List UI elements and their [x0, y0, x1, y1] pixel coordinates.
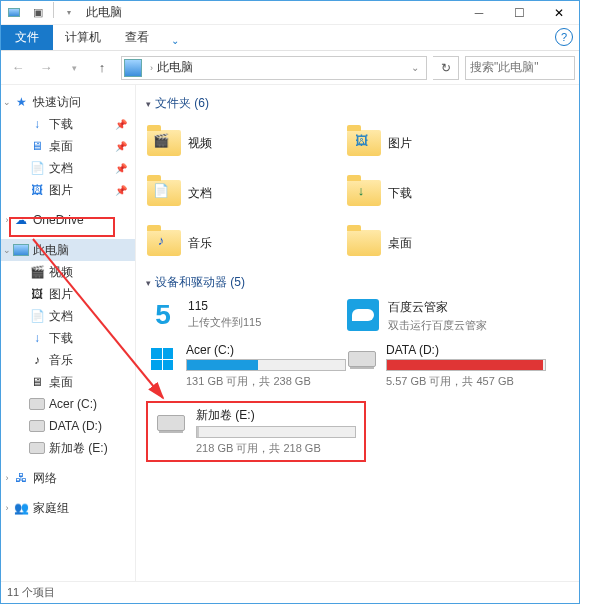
- tab-computer[interactable]: 计算机: [53, 25, 113, 50]
- drive-app-baidu[interactable]: 百度云管家双击运行百度云管家: [346, 299, 546, 333]
- pin-icon: 📌: [115, 141, 127, 152]
- content-pane: ▾文件夹 (6) 🎬视频 🖼图片 📄文档 ↓下载 ♪音乐 桌面 ▾设备和驱动器 …: [136, 85, 579, 581]
- collapse-icon[interactable]: ▾: [146, 99, 151, 109]
- network-icon: 🖧: [13, 470, 29, 486]
- sidebar-item-music[interactable]: ♪音乐: [1, 349, 135, 371]
- desktop-icon: 🖥: [29, 374, 45, 390]
- desktop-icon: 🖥: [29, 138, 45, 154]
- ribbon-tabs: 文件 计算机 查看 ⌄ ?: [1, 25, 579, 51]
- drive-icon: [346, 343, 378, 375]
- folder-icon: ♪: [146, 227, 182, 259]
- qat-customize-icon[interactable]: ▾: [58, 2, 80, 24]
- refresh-button[interactable]: ↻: [433, 56, 459, 80]
- sidebar-item-drive-e[interactable]: 新加卷 (E:): [1, 437, 135, 459]
- capacity-bar: [196, 426, 356, 438]
- sidebar-onedrive[interactable]: ›☁OneDrive: [1, 209, 135, 231]
- drives-header[interactable]: ▾设备和驱动器 (5): [146, 274, 569, 291]
- music-icon: ♪: [29, 352, 45, 368]
- pin-icon: 📌: [115, 185, 127, 196]
- folder-pictures[interactable]: 🖼图片: [346, 120, 546, 166]
- expand-icon[interactable]: ›: [1, 473, 13, 483]
- sidebar-label: 快速访问: [33, 94, 81, 111]
- folder-icon: [346, 227, 382, 259]
- folder-videos[interactable]: 🎬视频: [146, 120, 346, 166]
- sidebar-item-pictures[interactable]: 🖼图片: [1, 283, 135, 305]
- drive-windows-icon: [146, 343, 178, 375]
- drive-icon: [29, 396, 45, 412]
- address-dropdown-icon[interactable]: ⌄: [406, 62, 424, 73]
- title-bar: ▣ ▾ 此电脑 ─ ☐ ✕: [1, 1, 579, 25]
- cloud-icon: ☁: [13, 212, 29, 228]
- search-input[interactable]: 搜索"此电脑": [465, 56, 575, 80]
- download-icon: ↓: [29, 116, 45, 132]
- sidebar-item-desktop[interactable]: 🖥桌面📌: [1, 135, 135, 157]
- chevron-right-icon[interactable]: ›: [146, 63, 157, 73]
- drive-e[interactable]: 新加卷 (E:) 218 GB 可用，共 218 GB: [154, 407, 554, 456]
- capacity-bar: [186, 359, 346, 371]
- drive-c[interactable]: Acer (C:) 131 GB 可用，共 238 GB: [146, 343, 346, 389]
- app-baidu-icon: [346, 299, 380, 331]
- sidebar-this-pc[interactable]: ⌄此电脑: [1, 239, 135, 261]
- sidebar-item-downloads[interactable]: ↓下载📌: [1, 113, 135, 135]
- sidebar-item-pictures[interactable]: 🖼图片📌: [1, 179, 135, 201]
- navigation-pane: ⌄ ★ 快速访问 ↓下载📌 🖥桌面📌 📄文档📌 🖼图片📌 ›☁OneDrive …: [1, 85, 136, 581]
- collapse-icon[interactable]: ▾: [146, 278, 151, 288]
- expand-icon[interactable]: ⌄: [1, 97, 13, 107]
- sidebar-item-videos[interactable]: 🎬视频: [1, 261, 135, 283]
- document-icon: 📄: [29, 308, 45, 324]
- drive-d[interactable]: DATA (D:) 5.57 GB 可用，共 457 GB: [346, 343, 546, 389]
- folder-icon: ↓: [346, 177, 382, 209]
- qat-properties-icon[interactable]: ▣: [27, 2, 49, 24]
- download-icon: ↓: [29, 330, 45, 346]
- highlight-box: 新加卷 (E:) 218 GB 可用，共 218 GB: [146, 401, 366, 462]
- pin-icon: 📌: [115, 163, 127, 174]
- folder-icon: 🎬: [146, 127, 182, 159]
- sidebar-item-documents[interactable]: 📄文档: [1, 305, 135, 327]
- close-button[interactable]: ✕: [539, 2, 579, 24]
- address-pc-icon: [124, 59, 142, 77]
- sidebar-quick-access[interactable]: ⌄ ★ 快速访问: [1, 91, 135, 113]
- ribbon-expand-icon[interactable]: ⌄: [165, 30, 185, 50]
- sidebar-item-documents[interactable]: 📄文档📌: [1, 157, 135, 179]
- drive-icon: [29, 440, 45, 456]
- sidebar-network[interactable]: ›🖧网络: [1, 467, 135, 489]
- tab-file[interactable]: 文件: [1, 25, 53, 50]
- sidebar-homegroup[interactable]: ›👥家庭组: [1, 497, 135, 519]
- capacity-bar: [386, 359, 546, 371]
- item-count: 11 个项目: [7, 585, 55, 600]
- up-button[interactable]: ↑: [89, 55, 115, 81]
- address-location[interactable]: 此电脑: [157, 59, 193, 76]
- system-menu-icon[interactable]: [3, 2, 25, 24]
- sidebar-item-drive-c[interactable]: Acer (C:): [1, 393, 135, 415]
- folder-desktop[interactable]: 桌面: [346, 220, 546, 266]
- forward-button[interactable]: →: [33, 55, 59, 81]
- folder-documents[interactable]: 📄文档: [146, 170, 346, 216]
- folders-header[interactable]: ▾文件夹 (6): [146, 95, 569, 112]
- folder-icon: 🖼: [346, 127, 382, 159]
- folder-music[interactable]: ♪音乐: [146, 220, 346, 266]
- address-bar[interactable]: › 此电脑 ⌄: [121, 56, 427, 80]
- expand-icon[interactable]: ›: [1, 215, 13, 225]
- drive-icon: [154, 407, 188, 439]
- recent-dropdown-icon[interactable]: ▾: [61, 55, 87, 81]
- sidebar-item-drive-d[interactable]: DATA (D:): [1, 415, 135, 437]
- maximize-button[interactable]: ☐: [499, 2, 539, 24]
- document-icon: 📄: [29, 160, 45, 176]
- app-115-icon: 5: [146, 299, 180, 331]
- homegroup-icon: 👥: [13, 500, 29, 516]
- drive-app-115[interactable]: 5 115上传文件到115: [146, 299, 346, 333]
- back-button[interactable]: ←: [5, 55, 31, 81]
- minimize-button[interactable]: ─: [459, 2, 499, 24]
- folder-downloads[interactable]: ↓下载: [346, 170, 546, 216]
- star-icon: ★: [13, 94, 29, 110]
- sidebar-item-desktop[interactable]: 🖥桌面: [1, 371, 135, 393]
- tab-view[interactable]: 查看: [113, 25, 161, 50]
- expand-icon[interactable]: ⌄: [1, 245, 13, 255]
- pin-icon: 📌: [115, 119, 127, 130]
- help-button[interactable]: ?: [555, 28, 573, 46]
- drive-icon: [29, 418, 45, 434]
- video-icon: 🎬: [29, 264, 45, 280]
- expand-icon[interactable]: ›: [1, 503, 13, 513]
- sidebar-item-downloads[interactable]: ↓下载: [1, 327, 135, 349]
- search-placeholder: 搜索"此电脑": [470, 59, 539, 76]
